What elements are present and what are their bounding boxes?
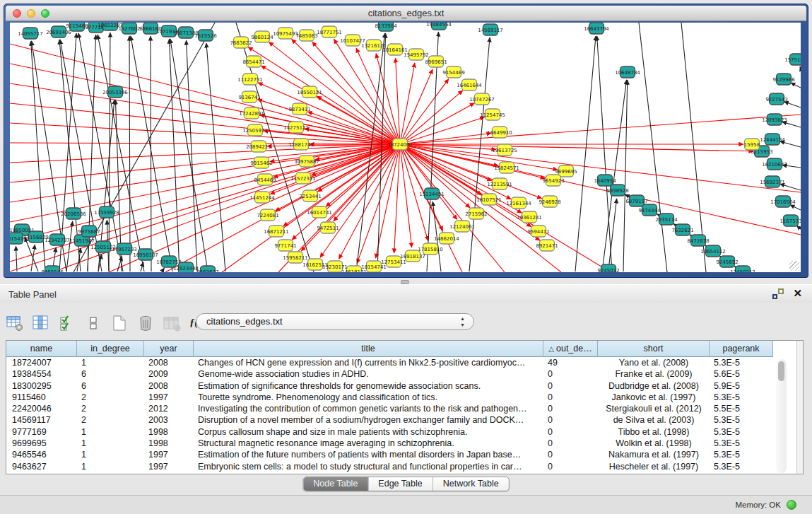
tab-edge-table[interactable]: Edge Table [368,477,433,491]
graph-node[interactable]: 9154469 [442,66,464,78]
network-window-titlebar[interactable]: citations_edges.txt [6,6,806,21]
delete-column-button[interactable] [136,314,155,332]
graph-node[interactable]: 9873411 [288,103,310,115]
unselect-all-columns-button[interactable] [84,314,102,332]
table-row[interactable]: 1938455462009Genome-wide association stu… [6,368,773,380]
graph-node[interactable]: 10361241 [517,211,542,223]
column-header-pagerank[interactable]: pagerank [710,341,773,357]
graph-node[interactable]: 14055717 [18,28,43,39]
graph-node[interactable]: 9454469 [254,174,276,185]
graph-node[interactable]: 8133904 [375,23,397,31]
graph-node[interactable]: 8471678 [687,235,709,246]
cell-name: 9465546 [6,449,77,460]
graph-node[interactable]: 12444134 [760,134,785,145]
table-row[interactable]: 977716911998Corpus callosum shape and si… [6,426,773,438]
graph-node[interactable]: 16210643 [762,158,787,170]
graph-node[interactable]: 9246928 [539,196,560,207]
graph-node[interactable]: 18771751 [317,26,342,37]
table-row[interactable]: 911546021997Tourette syndrome. Phenomeno… [6,392,773,403]
graph-node[interactable]: 2715962 [465,208,487,219]
table-row[interactable]: 1830029562008Estimation of significance … [6,380,773,392]
table-selector-dropdown[interactable]: citations_edges.txt ▲▼ [196,313,474,330]
tab-node-table[interactable]: Node Table [303,477,368,491]
graph-node[interactable]: 9245652 [716,256,738,267]
memory-status-label: Memory: OK [735,501,781,509]
graph-node[interactable]: 9594411 [527,226,549,237]
show-columns-button[interactable] [32,314,50,332]
status-bar: Memory: OK [0,495,812,514]
graph-node[interactable]: 20053346 [102,86,128,98]
scrollbar-thumb[interactable] [778,361,784,381]
graph-node[interactable]: 11572311 [290,173,316,184]
graph-node[interactable]: 15692371 [760,176,785,187]
column-header-short[interactable]: short [598,341,710,357]
cell-year: 2009 [144,368,194,380]
column-header-in_degree[interactable]: in_degree [77,341,144,357]
delete-table-button-disabled[interactable] [163,314,181,332]
select-all-columns-button[interactable] [58,314,76,332]
graph-node[interactable]: 10975493 [273,28,298,39]
cell-out_de: 0 [543,403,598,414]
svg-text:12093823: 12093823 [762,117,787,123]
column-header-name[interactable]: name [6,341,77,357]
svg-text:12923448: 12923448 [173,266,199,271]
graph-node[interactable]: 10648784 [615,66,640,78]
graph-edge [400,144,412,247]
graph-edge [394,144,400,253]
graph-node[interactable]: 7632621 [671,224,693,235]
float-panel-icon[interactable] [772,288,784,299]
graph-node[interactable]: 14569117 [478,24,503,35]
graph-node[interactable]: 12213591 [487,178,512,189]
graph-node[interactable]: 17359928 [94,206,119,218]
graph-node[interactable]: 16461644 [457,79,482,90]
memory-status-indicator[interactable] [787,500,796,510]
graph-node[interactable]: 9136741 [238,91,260,103]
graph-node[interactable]: 12124061 [449,221,475,232]
graph-node[interactable]: 7663822 [230,37,252,48]
graph-node[interactable]: 11254745 [480,109,505,120]
table-row[interactable]: 969969511998Structural magnetic resonanc… [6,438,773,449]
graph-node[interactable]: 1167533 [779,215,801,226]
graph-node[interactable]: 12505971 [242,124,268,136]
graph-node[interactable]: 8921471 [536,240,558,251]
create-column-button[interactable] [110,314,129,332]
graph-node[interactable]: 9860124 [251,31,273,42]
cell-title: Estimation of significance thresholds fo… [194,380,543,392]
tab-network-table[interactable]: Network Table [433,477,509,491]
table-mode-button[interactable] [6,314,24,332]
column-header-title[interactable]: title [194,341,543,357]
table-row[interactable]: 1456911722003Disruption of a novel membe… [6,414,773,426]
svg-text:14275121: 14275121 [283,125,309,131]
graph-node[interactable]: 10747267 [469,93,495,105]
graph-node[interactable]: 7485083 [295,30,317,41]
graph-node[interactable]: 7253441 [299,190,321,201]
graph-node[interactable]: 9771741 [274,240,296,251]
graph-node[interactable]: 9472511 [317,222,339,233]
graph-node[interactable]: 14275121 [283,122,309,133]
column-header-year[interactable]: year [144,341,194,357]
network-canvas[interactable]: 1872400714055717206914069115460977716910… [10,23,801,272]
graph-node[interactable]: 17242891 [239,107,264,119]
graph-node[interactable]: 16643794 [584,23,609,34]
graph-node[interactable]: 11451244 [249,192,275,203]
graph-node[interactable]: 12450212 [730,266,755,272]
graph-node[interactable]: 19384554 [426,23,452,30]
graph-node[interactable]: 15958 [744,139,760,150]
svg-text:7485083: 7485083 [295,33,317,39]
graph-edge [400,63,415,144]
close-panel-icon[interactable]: ✕ [793,287,802,300]
graph-node[interactable]: 15751074 [784,54,801,65]
table-vertical-scrollbar[interactable] [776,359,787,473]
cell-short: de Silva et al. (2003) [598,414,710,426]
graph-node[interactable]: 9245012 [597,264,619,272]
table-row[interactable]: 946554611997Estimation of the future num… [6,449,773,460]
graph-node[interactable]: 9227543 [765,93,787,105]
graph-node[interactable]: 20206536 [61,208,86,219]
column-header-out_de[interactable]: △out_de… [543,341,598,357]
table-row[interactable]: 2242004622012Investigating the contribut… [6,403,773,414]
canvas-resize-grip[interactable] [789,261,799,271]
table-row[interactable]: 946362711997Embryonic stem cells: a mode… [6,461,773,472]
graph-node[interactable]: 9463627 [196,266,218,272]
table-row[interactable]: 1872400712008Changes of HCN gene express… [6,357,773,368]
svg-text:9245012: 9245012 [597,268,619,273]
